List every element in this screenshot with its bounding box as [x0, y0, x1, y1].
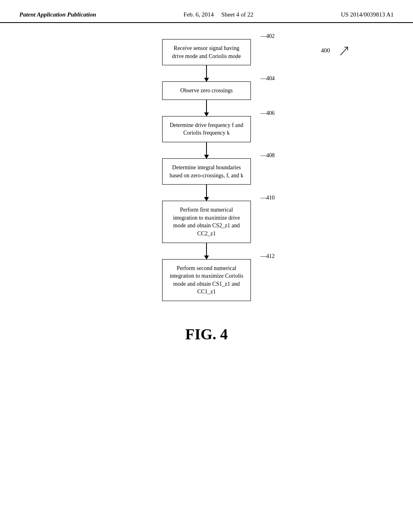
- label-402: —402: [261, 32, 275, 40]
- label-412: —412: [261, 252, 275, 260]
- arrow-3: [206, 142, 207, 158]
- sheet-info: Sheet 4 of 22: [221, 11, 254, 18]
- label-406: —406: [261, 109, 275, 117]
- label-410: —410: [261, 194, 275, 202]
- svg-line-0: [340, 47, 348, 55]
- flowchart: —402 Receive sensor signal having drive …: [86, 39, 327, 301]
- box-412: —412 Perform second numerical integratio…: [162, 259, 251, 301]
- box-404: —404 Observe zero crossings: [162, 81, 251, 100]
- arrow-4: [206, 185, 207, 201]
- arrow-1: [206, 65, 207, 81]
- label-404: —404: [261, 75, 275, 83]
- figure-label: FIG. 4: [0, 325, 413, 359]
- arrow-5: [206, 243, 207, 259]
- publication-date: Feb. 6, 2014: [184, 11, 214, 18]
- diagram-area: 400 —402 Receive sensor signal having dr…: [0, 23, 413, 317]
- header-center: Feb. 6, 2014 Sheet 4 of 22: [184, 11, 253, 18]
- patent-number: US 2014/0039813 A1: [341, 11, 394, 18]
- box-406: —406 Determine drive frequency f and Cor…: [162, 116, 251, 142]
- label-408: —408: [261, 152, 275, 160]
- box-410: —410 Perform first numerical integration…: [162, 201, 251, 243]
- box-408: —408 Determine integral boundaries based…: [162, 158, 251, 185]
- publication-title: Patent Application Publication: [19, 11, 96, 18]
- page-header: Patent Application Publication Feb. 6, 2…: [0, 0, 413, 23]
- box-402: —402 Receive sensor signal having drive …: [162, 39, 251, 65]
- arrow-2: [206, 100, 207, 116]
